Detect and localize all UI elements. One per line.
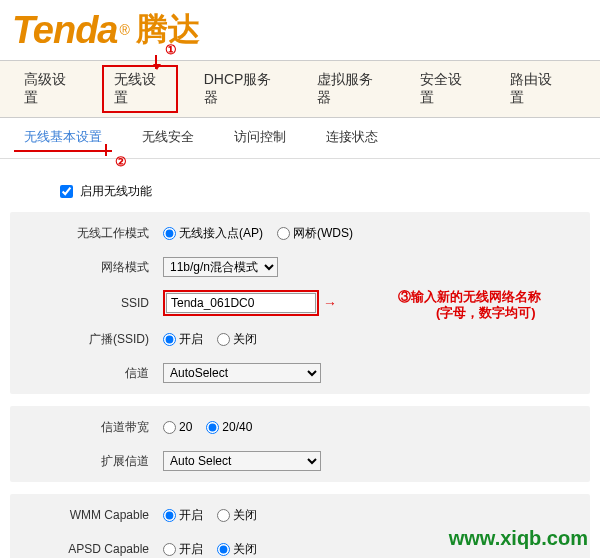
logo-registered-icon: ®	[120, 22, 130, 38]
net-mode-label: 网络模式	[18, 259, 163, 276]
bandwidth-value: 20 20/40	[163, 420, 582, 434]
bandwidth-2040-option[interactable]: 20/40	[206, 420, 252, 434]
apsd-off-option[interactable]: 关闭	[217, 541, 257, 558]
apsd-on-radio[interactable]	[163, 543, 176, 556]
wmm-on-option[interactable]: 开启	[163, 507, 203, 524]
bandwidth-row: 信道带宽 20 20/40	[18, 416, 582, 438]
nav-advanced-settings[interactable]: 高级设置	[12, 65, 88, 113]
ext-channel-row: 扩展信道 Auto Select	[18, 450, 582, 472]
wmm-off-radio[interactable]	[217, 509, 230, 522]
work-mode-ap-radio[interactable]	[163, 227, 176, 240]
main-nav: ① 高级设置 无线设置 DHCP服务器 虚拟服务器 安全设置 路由设置	[0, 60, 600, 118]
work-mode-value: 无线接入点(AP) 网桥(WDS)	[163, 225, 582, 242]
ssid-highlight-box	[163, 290, 319, 316]
form-block-2: 信道带宽 20 20/40 扩展信道 Auto Select	[10, 406, 590, 482]
wmm-value: 开启 关闭	[163, 507, 582, 524]
wmm-label: WMM Capable	[18, 508, 163, 522]
enable-wireless-checkbox[interactable]	[60, 185, 73, 198]
nav-virtual-server[interactable]: 虚拟服务器	[305, 65, 394, 113]
broadcast-value: 开启 关闭	[163, 331, 582, 348]
channel-select[interactable]: AutoSelect	[163, 363, 321, 383]
apsd-label: APSD Capable	[18, 542, 163, 556]
broadcast-off-radio[interactable]	[217, 333, 230, 346]
wmm-on-radio[interactable]	[163, 509, 176, 522]
ssid-label: SSID	[18, 296, 163, 310]
apsd-on-option[interactable]: 开启	[163, 541, 203, 558]
nav-dhcp-server[interactable]: DHCP服务器	[192, 65, 292, 113]
net-mode-row: 网络模式 11b/g/n混合模式	[18, 256, 582, 278]
form-block-1: 无线工作模式 无线接入点(AP) 网桥(WDS) 网络模式 11b/g/n混合模…	[10, 212, 590, 394]
callout-3-arrow-icon: →	[323, 295, 337, 311]
wmm-off-option[interactable]: 关闭	[217, 507, 257, 524]
nav-security-settings[interactable]: 安全设置	[408, 65, 484, 113]
ssid-row: SSID → ③输入新的无线网络名称 (字母，数字均可)	[18, 290, 582, 316]
ext-channel-select[interactable]: Auto Select	[163, 451, 321, 471]
channel-value: AutoSelect	[163, 363, 582, 383]
broadcast-on-option[interactable]: 开启	[163, 331, 203, 348]
work-mode-ap-option[interactable]: 无线接入点(AP)	[163, 225, 263, 242]
broadcast-label: 广播(SSID)	[18, 331, 163, 348]
wmm-row: WMM Capable 开启 关闭	[18, 504, 582, 526]
work-mode-label: 无线工作模式	[18, 225, 163, 242]
apsd-off-radio[interactable]	[217, 543, 230, 556]
net-mode-select[interactable]: 11b/g/n混合模式	[163, 257, 278, 277]
ssid-value: → ③输入新的无线网络名称 (字母，数字均可)	[163, 290, 582, 316]
nav-routing-settings[interactable]: 路由设置	[498, 65, 574, 113]
subnav-wireless-basic[interactable]: 无线基本设置	[14, 124, 112, 152]
callout-2: ②	[115, 154, 127, 169]
enable-wireless-label: 启用无线功能	[80, 184, 152, 198]
enable-wireless-row: 启用无线功能	[60, 183, 590, 200]
logo-brand: Tenda	[12, 9, 118, 52]
broadcast-on-radio[interactable]	[163, 333, 176, 346]
callout-1: ①	[165, 42, 177, 57]
net-mode-value: 11b/g/n混合模式	[163, 257, 582, 277]
logo-area: Tenda ® 腾达	[0, 0, 600, 60]
work-mode-wds-radio[interactable]	[277, 227, 290, 240]
broadcast-row: 广播(SSID) 开启 关闭	[18, 328, 582, 350]
work-mode-row: 无线工作模式 无线接入点(AP) 网桥(WDS)	[18, 222, 582, 244]
subnav-wireless-security[interactable]: 无线安全	[132, 124, 204, 152]
sub-nav: 无线基本设置 无线安全 访问控制 连接状态 ②	[0, 118, 600, 159]
bandwidth-20-option[interactable]: 20	[163, 420, 192, 434]
callout-3-sub: (字母，数字均可)	[436, 304, 536, 322]
callout-2-arrow-line	[105, 144, 107, 156]
broadcast-off-option[interactable]: 关闭	[217, 331, 257, 348]
ext-channel-label: 扩展信道	[18, 453, 163, 470]
subnav-connection-status[interactable]: 连接状态	[316, 124, 388, 152]
content-area: 启用无线功能 无线工作模式 无线接入点(AP) 网桥(WDS) 网络模式 11b…	[0, 159, 600, 558]
subnav-access-control[interactable]: 访问控制	[224, 124, 296, 152]
bandwidth-label: 信道带宽	[18, 419, 163, 436]
channel-label: 信道	[18, 365, 163, 382]
work-mode-wds-option[interactable]: 网桥(WDS)	[277, 225, 353, 242]
nav-wireless-settings[interactable]: 无线设置	[102, 65, 178, 113]
ssid-input[interactable]	[166, 293, 316, 313]
bandwidth-20-radio[interactable]	[163, 421, 176, 434]
ext-channel-value: Auto Select	[163, 451, 582, 471]
watermark: www.xiqb.com	[449, 527, 588, 550]
channel-row: 信道 AutoSelect	[18, 362, 582, 384]
bandwidth-2040-radio[interactable]	[206, 421, 219, 434]
